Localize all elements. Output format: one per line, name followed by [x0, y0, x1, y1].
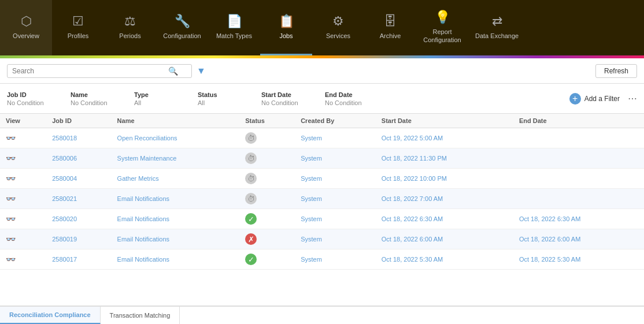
- cell-created-by: System: [295, 148, 376, 169]
- bottom-tab-transaction-matching[interactable]: Transaction Matching: [101, 307, 180, 324]
- nav-label-data-exchange: Data Exchange: [475, 32, 519, 40]
- nav-icon-data-exchange: ⇄: [492, 14, 502, 29]
- filter-value-start-date: No Condition: [261, 99, 316, 106]
- table-row: 👓 2580021 Email Notifications ⏱ System O…: [0, 189, 644, 209]
- cell-name: Gather Metrics: [112, 169, 240, 189]
- add-filter-area[interactable]: +Add a Filter⋯: [569, 93, 637, 105]
- cell-name: Email Notifications: [112, 229, 240, 249]
- table-row: 👓 2580006 System Maintenance ⏱ System Oc…: [0, 148, 644, 169]
- col-view: View: [0, 114, 46, 128]
- nav-label-match-types: Match Types: [216, 32, 252, 40]
- nav-item-overview[interactable]: ⬡Overview: [0, 0, 52, 55]
- table-header-row: View Job ID Name Status Created By Start…: [0, 114, 644, 128]
- status-success-icon: ✓: [245, 213, 257, 225]
- nav-icon-overview: ⬡: [21, 14, 32, 29]
- cell-job-id: 2580017: [46, 249, 111, 270]
- job-id-link[interactable]: 2580004: [52, 175, 77, 182]
- nav-label-services: Services: [326, 32, 350, 40]
- cell-job-id: 2580004: [46, 169, 111, 189]
- filter-value-status: All: [198, 99, 252, 106]
- filter-col-end-date: End DateNo Condition: [325, 91, 388, 106]
- refresh-button[interactable]: Refresh: [595, 64, 637, 78]
- filter-value-type: All: [134, 99, 188, 106]
- filter-value-name: No Condition: [71, 99, 125, 106]
- col-end-date: End Date: [513, 114, 644, 128]
- view-icon[interactable]: 👓: [6, 133, 16, 143]
- nav-label-profiles: Profiles: [68, 32, 89, 40]
- table-row: 👓 2580004 Gather Metrics ⏱ System Oct 18…: [0, 169, 644, 189]
- nav-item-archive[interactable]: 🗄Archive: [364, 0, 416, 55]
- search-icon: 🔍: [168, 66, 178, 76]
- job-id-link[interactable]: 2580006: [52, 155, 77, 162]
- cell-job-id: 2580019: [46, 229, 111, 249]
- view-icon[interactable]: 👓: [6, 154, 16, 163]
- nav-icon-report-configuration: 💡: [435, 10, 450, 25]
- search-box: 🔍: [7, 64, 192, 78]
- status-error-icon: ✗: [245, 233, 257, 245]
- cell-created-by: System: [295, 209, 376, 229]
- cell-created-by: System: [295, 169, 376, 189]
- cell-status: ⏱: [239, 148, 295, 169]
- add-filter-button[interactable]: +: [569, 93, 581, 105]
- cell-name: Email Notifications: [112, 209, 240, 229]
- job-name-link[interactable]: Email Notifications: [117, 256, 169, 263]
- filter-label-end-date: End Date: [325, 91, 379, 98]
- more-options-icon[interactable]: ⋯: [628, 93, 637, 104]
- cell-start-date: Oct 18, 2022 7:00 AM: [376, 189, 513, 209]
- nav-icon-profiles: ☑: [72, 14, 84, 29]
- job-name-link[interactable]: System Maintenance: [117, 155, 177, 162]
- bottom-tab-reconciliation-compliance[interactable]: Reconciliation Compliance: [0, 307, 101, 324]
- cell-name: Open Reconciliations: [112, 128, 240, 148]
- view-icon[interactable]: 👓: [6, 214, 16, 224]
- job-id-link[interactable]: 2580020: [52, 215, 77, 222]
- nav-label-jobs: Jobs: [279, 32, 293, 40]
- filter-label-job-id: Job ID: [7, 91, 61, 98]
- nav-item-profiles[interactable]: ☑Profiles: [52, 0, 104, 55]
- nav-icon-services: ⚙: [332, 14, 344, 29]
- view-icon[interactable]: 👓: [6, 194, 16, 203]
- cell-end-date: [513, 189, 644, 209]
- jobs-table: View Job ID Name Status Created By Start…: [0, 114, 644, 270]
- cell-start-date: Oct 18, 2022 5:30 AM: [376, 249, 513, 270]
- nav-item-jobs[interactable]: 📋Jobs: [260, 0, 312, 55]
- nav-item-periods[interactable]: ⚖Periods: [104, 0, 156, 55]
- cell-view: 👓: [0, 229, 46, 249]
- add-filter-label: Add a Filter: [584, 95, 620, 103]
- job-name-link[interactable]: Email Notifications: [117, 215, 169, 222]
- filter-label-name: Name: [71, 91, 125, 98]
- nav-item-match-types[interactable]: 📄Match Types: [208, 0, 260, 55]
- job-name-link[interactable]: Gather Metrics: [117, 175, 159, 182]
- job-name-link[interactable]: Email Notifications: [117, 236, 169, 243]
- cell-start-date: Oct 19, 2022 5:00 AM: [376, 128, 513, 148]
- nav-item-services[interactable]: ⚙Services: [312, 0, 364, 55]
- job-name-link[interactable]: Email Notifications: [117, 195, 169, 202]
- cell-end-date: Oct 18, 2022 6:00 AM: [513, 229, 644, 249]
- cell-view: 👓: [0, 189, 46, 209]
- status-pending-icon: ⏱: [245, 132, 257, 144]
- job-id-link[interactable]: 2580021: [52, 195, 77, 202]
- job-id-link[interactable]: 2580018: [52, 135, 77, 141]
- view-icon[interactable]: 👓: [6, 255, 16, 264]
- filter-icon[interactable]: ▼: [197, 66, 206, 76]
- nav-item-configuration[interactable]: 🔧Configuration: [156, 0, 208, 55]
- nav-icon-configuration: 🔧: [175, 14, 190, 29]
- cell-status: ✗: [239, 229, 295, 249]
- job-id-link[interactable]: 2580017: [52, 256, 77, 263]
- view-icon[interactable]: 👓: [6, 234, 16, 244]
- cell-status: ✓: [239, 209, 295, 229]
- cell-job-id: 2580021: [46, 189, 111, 209]
- job-name-link[interactable]: Open Reconciliations: [117, 135, 177, 141]
- filter-label-status: Status: [198, 91, 252, 98]
- nav-label-periods: Periods: [119, 32, 140, 40]
- job-id-link[interactable]: 2580019: [52, 236, 77, 243]
- nav-item-data-exchange[interactable]: ⇄Data Exchange: [468, 0, 525, 55]
- view-icon[interactable]: 👓: [6, 174, 16, 183]
- cell-end-date: [513, 148, 644, 169]
- filter-row: Job IDNo ConditionNameNo ConditionTypeAl…: [0, 84, 644, 114]
- cell-job-id: 2580020: [46, 209, 111, 229]
- nav-item-report-configuration[interactable]: 💡ReportConfiguration: [416, 0, 468, 55]
- cell-job-id: 2580006: [46, 148, 111, 169]
- search-input[interactable]: [12, 67, 168, 75]
- cell-name: Email Notifications: [112, 249, 240, 270]
- nav-icon-jobs: 📋: [279, 14, 294, 29]
